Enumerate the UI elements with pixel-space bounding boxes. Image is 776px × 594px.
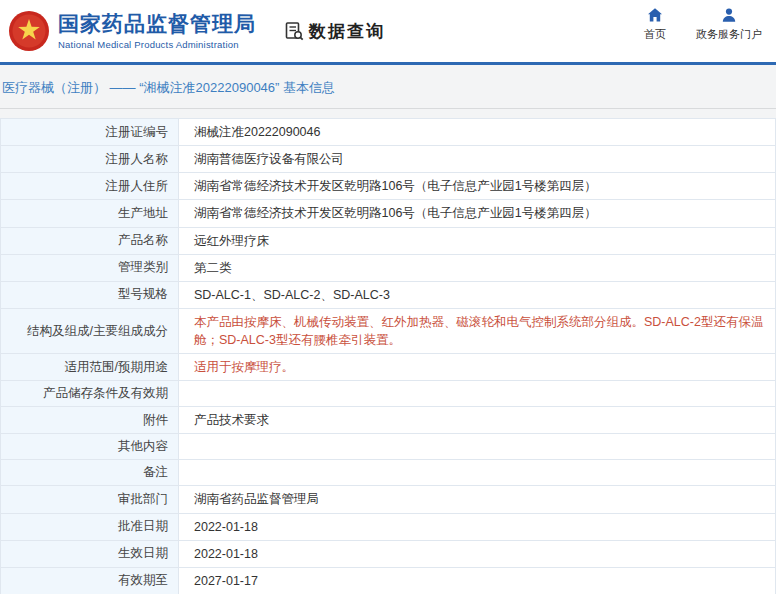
row-value: 远红外理疗床 — [179, 227, 776, 254]
row-value: 湘械注准20222090046 — [179, 119, 776, 146]
nav-gov-portal-label: 政务服务门户 — [696, 27, 762, 42]
home-icon — [647, 7, 663, 23]
row-label: 注册证编号 — [1, 119, 179, 146]
row-value: 湖南省药品监督管理局 — [179, 486, 776, 513]
header-nav: 首页 政务服务门户 — [644, 7, 762, 42]
table-row: 批准日期 2022-01-18 — [1, 513, 776, 540]
row-value: 本产品由按摩床、机械传动装置、红外加热器、磁滚轮和电气控制系统部分组成。SD-A… — [179, 308, 776, 353]
table-row: 备注 — [1, 460, 776, 486]
data-query-label: 数据查询 — [309, 20, 385, 43]
table-row: 产品储存条件及有效期 — [1, 381, 776, 407]
table-row: 结构及组成/主要组成成分 本产品由按摩床、机械传动装置、红外加热器、磁滚轮和电气… — [1, 308, 776, 353]
row-label: 生效日期 — [1, 540, 179, 567]
row-value: 2022-01-18 — [179, 540, 776, 567]
row-label: 产品储存条件及有效期 — [1, 381, 179, 407]
row-label: 有效期至 — [1, 567, 179, 594]
table-row: 附件 产品技术要求 — [1, 407, 776, 434]
row-label: 附件 — [1, 407, 179, 434]
row-value — [179, 381, 776, 407]
row-value: 湖南省常德经济技术开发区乾明路106号（电子信息产业园1号楼第四层） — [179, 200, 776, 227]
table-row: 有效期至 2027-01-17 — [1, 567, 776, 594]
row-value: 产品技术要求 — [179, 407, 776, 434]
table-row: 生产地址 湖南省常德经济技术开发区乾明路106号（电子信息产业园1号楼第四层） — [1, 200, 776, 227]
nav-item-home[interactable]: 首页 — [644, 7, 666, 42]
table-row: 其他内容 — [1, 434, 776, 460]
row-value: 2022-01-18 — [179, 513, 776, 540]
table-row: 适用范围/预期用途 适用于按摩理疗。 — [1, 354, 776, 381]
nmpa-emblem-logo — [8, 10, 50, 52]
nav-home-label: 首页 — [644, 27, 666, 42]
breadcrumb-bar: 医疗器械（注册） —— “湘械注准20222090046” 基本信息 — [0, 65, 776, 109]
row-label: 产品名称 — [1, 227, 179, 254]
table-row: 生效日期 2022-01-18 — [1, 540, 776, 567]
row-label: 备注 — [1, 460, 179, 486]
row-value: 第二类 — [179, 254, 776, 281]
row-label: 注册人住所 — [1, 173, 179, 200]
data-query-icon — [284, 21, 304, 41]
row-value: 湖南普德医疗设备有限公司 — [179, 146, 776, 173]
row-label: 批准日期 — [1, 513, 179, 540]
registration-info-table: 注册证编号 湘械注准20222090046 注册人名称 湖南普德医疗设备有限公司… — [0, 118, 776, 594]
person-icon — [721, 7, 737, 23]
row-label: 其他内容 — [1, 434, 179, 460]
org-title-block: 国家药品监督管理局 National Medical Products Admi… — [58, 12, 256, 50]
row-value: 适用于按摩理疗。 — [179, 354, 776, 381]
row-label: 结构及组成/主要组成成分 — [1, 308, 179, 353]
org-name: 国家药品监督管理局 — [58, 12, 256, 36]
row-value: 2027-01-17 — [179, 567, 776, 594]
row-label: 生产地址 — [1, 200, 179, 227]
row-label: 管理类别 — [1, 254, 179, 281]
row-label: 审批部门 — [1, 486, 179, 513]
table-row: 注册人名称 湖南普德医疗设备有限公司 — [1, 146, 776, 173]
row-label: 适用范围/预期用途 — [1, 354, 179, 381]
table-row: 注册证编号 湘械注准20222090046 — [1, 119, 776, 146]
nav-item-gov-portal[interactable]: 政务服务门户 — [696, 7, 762, 42]
row-value — [179, 460, 776, 486]
row-value — [179, 434, 776, 460]
org-name-en: National Medical Products Administration — [58, 39, 256, 50]
table-row: 审批部门 湖南省药品监督管理局 — [1, 486, 776, 513]
header: 国家药品监督管理局 National Medical Products Admi… — [0, 0, 776, 62]
page-title: 医疗器械（注册） —— “湘械注准20222090046” 基本信息 — [2, 80, 335, 95]
data-query-tab[interactable]: 数据查询 — [284, 20, 385, 43]
table-row: 产品名称 远红外理疗床 — [1, 227, 776, 254]
table-row: 型号规格 SD-ALC-1、SD-ALC-2、SD-ALC-3 — [1, 281, 776, 308]
table-row: 管理类别 第二类 — [1, 254, 776, 281]
row-label: 型号规格 — [1, 281, 179, 308]
row-value: SD-ALC-1、SD-ALC-2、SD-ALC-3 — [179, 281, 776, 308]
row-value: 湖南省常德经济技术开发区乾明路106号（电子信息产业园1号楼第四层） — [179, 173, 776, 200]
row-label: 注册人名称 — [1, 146, 179, 173]
table-row: 注册人住所 湖南省常德经济技术开发区乾明路106号（电子信息产业园1号楼第四层） — [1, 173, 776, 200]
